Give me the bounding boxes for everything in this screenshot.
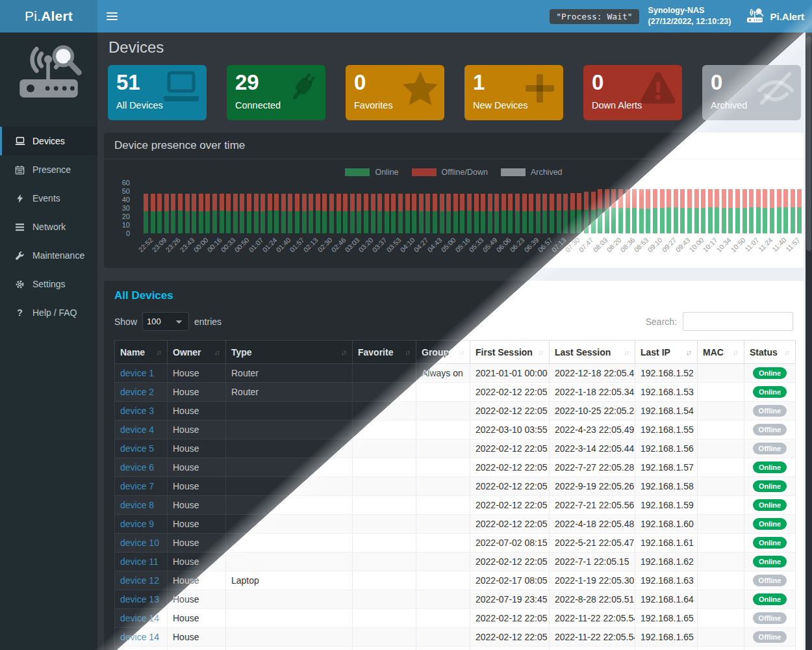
search-input[interactable] xyxy=(683,312,793,331)
cell-group xyxy=(416,534,470,552)
sort-icon[interactable]: ↓↑ xyxy=(156,348,162,356)
sidebar-item-label: Presence xyxy=(32,164,71,175)
summary-card-connected[interactable]: 29Connected xyxy=(227,65,325,120)
table-row: device 14House2022-02-12 22:052022-11-22… xyxy=(115,628,796,647)
cell-favorite xyxy=(353,458,416,477)
online-segment xyxy=(295,211,299,233)
offline-segment xyxy=(309,194,313,211)
legend-item-online[interactable]: Online xyxy=(345,168,398,177)
sidebar-item-maintenance[interactable]: Maintenance xyxy=(0,241,97,270)
device-link[interactable]: device 2 xyxy=(120,387,154,397)
online-segment xyxy=(488,211,492,233)
device-link[interactable]: device 11 xyxy=(120,556,159,567)
cell-name: device 3 xyxy=(115,402,168,421)
offline-segment xyxy=(598,189,602,209)
legend-item-offline-down[interactable]: Offline/Down xyxy=(412,168,488,177)
hamburger-menu-icon[interactable] xyxy=(97,0,127,32)
sort-icon[interactable]: ↓↑ xyxy=(538,348,544,356)
chart-bar xyxy=(481,194,485,233)
sort-icon[interactable]: ↓↑ xyxy=(214,348,220,356)
offline-segment xyxy=(797,189,802,207)
sidebar-item-settings[interactable]: Settings xyxy=(0,270,97,298)
device-link[interactable]: device 13 xyxy=(120,594,159,604)
cell-type xyxy=(226,552,353,571)
online-segment xyxy=(701,208,705,233)
sort-icon[interactable]: ↓↑ xyxy=(733,348,739,356)
device-link[interactable]: device 6 xyxy=(120,462,154,473)
page-scrollbar[interactable] xyxy=(806,32,812,650)
cell-status: Online xyxy=(744,364,796,383)
online-segment xyxy=(666,207,671,233)
device-link[interactable]: device 7 xyxy=(120,481,154,491)
column-header-last-session[interactable]: Last Session↓↑ xyxy=(550,341,635,364)
chart-bar xyxy=(295,194,299,233)
column-header-favorite[interactable]: Favorite↓↑ xyxy=(353,341,416,364)
page-size-select[interactable]: 100 xyxy=(142,312,189,331)
device-link[interactable]: device 9 xyxy=(120,519,154,529)
scrollbar-thumb[interactable] xyxy=(806,36,811,251)
brand-logo[interactable]: Pi.Alert xyxy=(0,0,97,32)
device-link[interactable]: device 3 xyxy=(120,406,154,416)
device-link[interactable]: device 12 xyxy=(120,575,159,586)
brand-bold: Alert xyxy=(41,8,73,24)
online-segment xyxy=(288,211,292,233)
sort-icon[interactable]: ↓↑ xyxy=(341,348,347,356)
legend-item-archived[interactable]: Archived xyxy=(501,168,563,177)
offline-segment xyxy=(715,189,719,207)
online-segment xyxy=(377,211,382,233)
column-header-first-session[interactable]: First Session↓↑ xyxy=(470,341,550,364)
chart-bar xyxy=(385,194,389,233)
chart-bar xyxy=(343,194,348,233)
column-header-owner[interactable]: Owner↓↑ xyxy=(168,341,226,364)
sidebar-item-devices[interactable]: Devices xyxy=(0,127,97,155)
device-link[interactable]: device 5 xyxy=(120,443,154,454)
offline-segment xyxy=(185,194,190,211)
question-icon: ? xyxy=(14,307,25,318)
sidebar-item-presence[interactable]: Presence xyxy=(0,155,97,184)
offline-segment xyxy=(453,194,458,211)
summary-card-favorites[interactable]: 0Favorites xyxy=(346,65,444,120)
summary-card-down-alerts[interactable]: 0Down Alerts xyxy=(583,65,682,120)
chart-bar xyxy=(440,194,444,233)
summary-card-new-devices[interactable]: 1New Devices xyxy=(464,65,563,120)
device-link[interactable]: device 4 xyxy=(120,424,154,435)
offline-segment xyxy=(708,189,713,207)
column-header-mac[interactable]: MAC↓↑ xyxy=(698,341,744,364)
sort-icon[interactable]: ↓↑ xyxy=(686,348,692,356)
online-segment xyxy=(529,211,533,233)
plug-icon xyxy=(283,70,320,110)
sort-icon[interactable]: ↓↑ xyxy=(624,348,629,356)
online-segment xyxy=(474,211,479,233)
column-header-type[interactable]: Type↓↑ xyxy=(226,341,353,364)
sort-icon[interactable]: ↓↑ xyxy=(405,348,411,356)
offline-segment xyxy=(542,194,547,211)
summary-card-all-devices[interactable]: 51All Devices xyxy=(108,65,207,120)
column-label: Type xyxy=(231,347,252,358)
device-link[interactable]: device 1 xyxy=(120,368,154,378)
column-header-name[interactable]: Name↓↑ xyxy=(115,341,168,364)
topbar-app-link[interactable]: Pi.Alert xyxy=(745,8,804,25)
column-header-last-ip[interactable]: Last IP↓↑ xyxy=(635,341,698,364)
sort-icon[interactable]: ↓↑ xyxy=(784,348,790,356)
device-link[interactable]: device 10 xyxy=(120,538,159,548)
table-row: device 12HouseLaptop2022-02-17 08:052022… xyxy=(115,571,796,590)
chart-bar xyxy=(309,194,313,233)
legend-label: Online xyxy=(375,168,398,177)
chart-bar xyxy=(260,194,265,233)
cell-last_session: 2022-11-22 22:05.54 xyxy=(550,628,635,647)
sidebar-item-events[interactable]: Events xyxy=(0,184,97,213)
online-segment xyxy=(391,211,396,233)
sidebar-item-network[interactable]: Network xyxy=(0,213,97,241)
sort-icon[interactable]: ↓↑ xyxy=(459,348,464,356)
column-header-status[interactable]: Status↓↑ xyxy=(744,341,796,364)
offline-segment xyxy=(460,194,464,211)
device-link[interactable]: device 8 xyxy=(120,500,154,510)
cell-last_ip: 192.168.1.66 xyxy=(635,647,698,650)
online-segment xyxy=(419,211,424,233)
chart-bar xyxy=(205,194,210,233)
online-segment xyxy=(653,208,657,233)
cell-type xyxy=(226,590,353,609)
sidebar-item-help-faq[interactable]: ?Help / FAQ xyxy=(0,298,97,327)
chart-bar xyxy=(371,194,375,233)
cell-first_session: 2022-02-12 22:05 xyxy=(470,628,550,647)
